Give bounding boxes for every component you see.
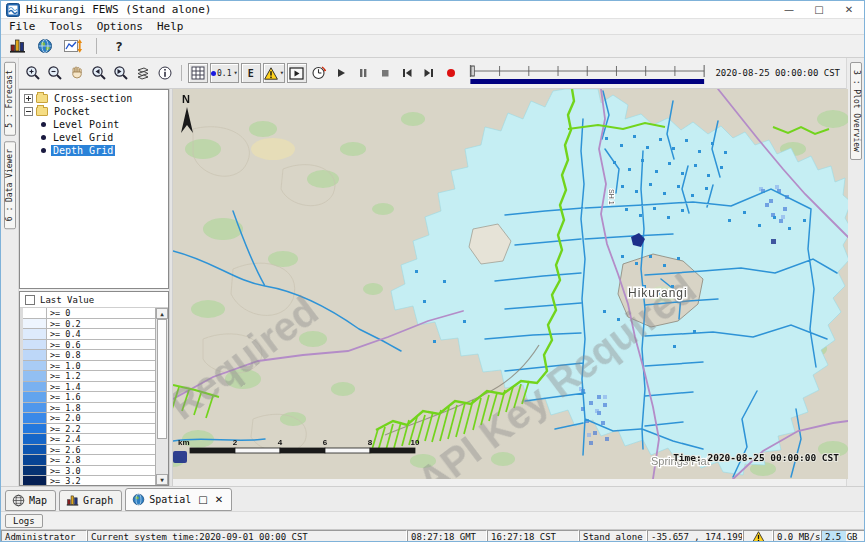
zoom-previous-icon[interactable]	[89, 63, 109, 83]
collapse-icon[interactable]	[24, 107, 33, 116]
legend-row: >= 2.4	[23, 434, 155, 445]
time-slider-thumb[interactable]	[471, 66, 474, 76]
zoom-out-icon[interactable]	[45, 63, 65, 83]
tree-node-label-selected[interactable]: Depth Grid	[51, 145, 115, 156]
legend-swatch	[23, 382, 47, 392]
legend-swatch	[23, 413, 47, 423]
tree-node-label[interactable]: Pocket	[52, 106, 92, 117]
legend-scrollbar[interactable]: ▲ ▼	[155, 308, 168, 485]
movie-player-button[interactable]	[287, 63, 307, 83]
bar-chart-icon	[66, 494, 79, 507]
svg-text:N: N	[182, 93, 190, 105]
globe-icon	[132, 493, 145, 506]
labels-button[interactable]: E	[241, 63, 261, 83]
tab-data-viewer[interactable]: 6 : Data Viewer	[4, 141, 16, 229]
legend-swatch	[23, 434, 47, 444]
menu-file[interactable]: File	[9, 20, 36, 33]
tree-node-cross-section[interactable]: Cross-section	[20, 92, 168, 105]
status-bar: Administrator Current system time:2020-0…	[1, 529, 864, 542]
logs-row: Logs	[1, 511, 864, 529]
main-toolbar: ?	[1, 35, 864, 58]
logs-button[interactable]: Logs	[5, 514, 43, 528]
expand-icon[interactable]	[24, 94, 33, 103]
menu-tools[interactable]: Tools	[50, 20, 83, 33]
svg-text:4: 4	[278, 438, 283, 447]
toolbar-separator	[181, 65, 182, 81]
chevron-down-icon: ▾	[233, 69, 237, 77]
scrollbar-thumb[interactable]	[157, 319, 167, 439]
explorer-icon[interactable]	[7, 36, 27, 56]
tab-plot-overview[interactable]: 3 : Plot Overview	[850, 62, 862, 160]
pause-button[interactable]	[353, 63, 373, 83]
timeseries-display-icon[interactable]	[63, 36, 84, 56]
chevron-down-icon: ▾	[280, 69, 284, 77]
legend-swatch	[23, 371, 47, 381]
animation-clock-icon[interactable]	[309, 63, 329, 83]
zoom-next-icon[interactable]	[111, 63, 131, 83]
labels-letter: E	[248, 68, 254, 79]
legend-row: >= 0	[23, 308, 155, 319]
status-gmt-time: 08:27:18 GMT	[407, 530, 487, 542]
content-row: 5 : Forecast 6 : Data Viewer	[1, 58, 864, 486]
layers-icon[interactable]	[133, 63, 153, 83]
tab-map-label: Map	[29, 495, 47, 506]
legend-row: >= 1.4	[23, 382, 155, 393]
tree-node-level-grid[interactable]: Level Grid	[20, 131, 168, 144]
step-begin-button[interactable]	[397, 63, 417, 83]
tab-spatial[interactable]: Spatial □ ✕	[125, 488, 232, 511]
warning-dropdown[interactable]: ▾	[263, 63, 285, 83]
tab-graph[interactable]: Graph	[59, 490, 122, 511]
current-map-datetime: 2020-08-25 00:00:00 CST	[711, 68, 842, 78]
zoom-in-icon[interactable]	[23, 63, 43, 83]
legend-row: >= 2.8	[23, 455, 155, 466]
time-slider[interactable]	[463, 58, 709, 88]
tree-node-pocket[interactable]: Pocket	[20, 105, 168, 118]
tab-forecast[interactable]: 5 : Forecast	[4, 62, 16, 136]
play-button[interactable]	[331, 63, 351, 83]
menu-help[interactable]: Help	[157, 20, 184, 33]
app-window: Hikurangi FEWS (Stand alone) — □ ✕ File …	[0, 0, 865, 542]
tab-maximize-icon[interactable]: □	[198, 494, 207, 505]
info-icon[interactable]	[155, 63, 175, 83]
road-label: SH 1	[608, 189, 615, 205]
warning-icon	[264, 67, 278, 80]
legend-swatch	[23, 329, 47, 339]
maximize-button[interactable]: □	[804, 1, 834, 18]
last-value-checkbox[interactable]	[25, 295, 35, 305]
tab-spatial-label: Spatial	[149, 494, 191, 505]
tab-close-icon[interactable]: ✕	[215, 494, 223, 505]
map-time-overlay: Time: 2020-08-25 00:00:00 CST	[673, 452, 839, 463]
legend-swatch	[23, 392, 47, 402]
spatial-display-icon[interactable]	[35, 36, 55, 56]
timeline-extent-bar	[470, 79, 704, 84]
step-end-button[interactable]	[419, 63, 439, 83]
scroll-down-icon[interactable]: ▼	[156, 474, 168, 485]
tab-map[interactable]: Map	[5, 490, 56, 511]
stop-button[interactable]	[375, 63, 395, 83]
minimize-button[interactable]: —	[774, 1, 804, 18]
leaf-bullet-icon	[41, 135, 46, 140]
tree-node-depth-grid[interactable]: Depth Grid	[20, 144, 168, 157]
status-system-time: Current system time:2020-09-01 00:00 CST	[87, 530, 407, 542]
tree-node-label[interactable]: Cross-section	[52, 93, 134, 104]
threshold-dropdown[interactable]: 0.1 ▾	[210, 63, 239, 83]
menu-options[interactable]: Options	[97, 20, 143, 33]
tree-node-level-point[interactable]: Level Point	[20, 118, 168, 131]
spatial-map[interactable]: API Key Required API Key Required Hikura…	[173, 89, 848, 479]
legend-row: >= 1.2	[23, 371, 155, 382]
right-tab-strip: 3 : Plot Overview	[846, 58, 864, 486]
tree-node-label[interactable]: Level Grid	[51, 132, 115, 143]
close-button[interactable]: ✕	[834, 1, 864, 18]
help-button[interactable]: ?	[109, 36, 129, 56]
status-warning-cell[interactable]	[743, 530, 773, 542]
record-button[interactable]	[441, 63, 461, 83]
tree-node-label[interactable]: Level Point	[51, 119, 121, 130]
pan-icon[interactable]	[67, 63, 87, 83]
scroll-up-icon[interactable]: ▲	[156, 308, 168, 319]
svg-text:6: 6	[323, 438, 328, 447]
grid-display-button[interactable]	[188, 63, 208, 83]
svg-text:8: 8	[368, 438, 373, 447]
warning-icon	[752, 531, 765, 542]
legend-row: >= 0.4	[23, 329, 155, 340]
legend-swatch	[23, 424, 47, 434]
